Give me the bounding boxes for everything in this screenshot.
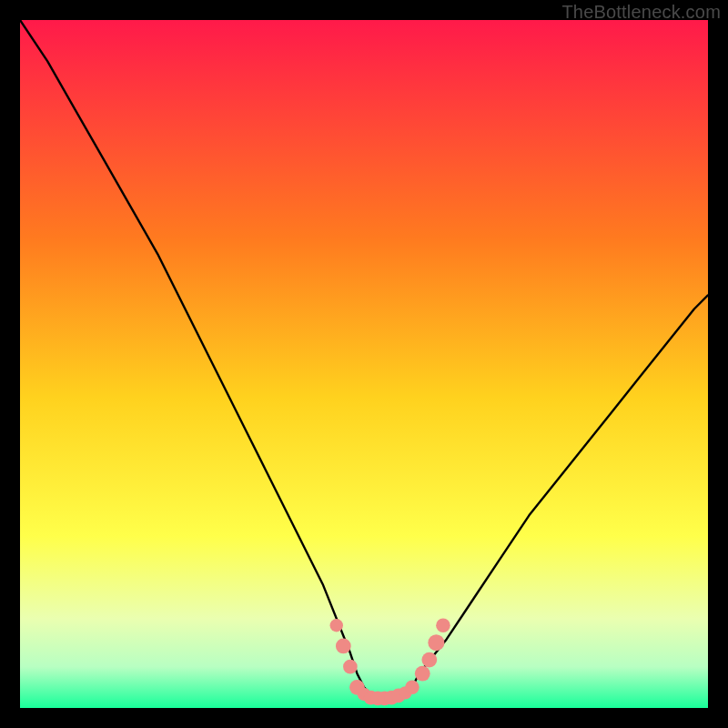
chart-svg — [20, 20, 708, 708]
gradient-background — [20, 20, 708, 708]
curve-marker — [428, 634, 444, 651]
plot-area — [20, 20, 708, 708]
curve-marker — [343, 660, 358, 674]
curve-marker — [330, 619, 343, 632]
curve-marker — [336, 639, 351, 654]
curve-marker — [421, 652, 437, 668]
curve-marker — [405, 681, 420, 695]
curve-marker — [436, 618, 450, 632]
curve-marker — [415, 666, 430, 682]
chart-frame: TheBottleneck.com — [0, 0, 728, 728]
